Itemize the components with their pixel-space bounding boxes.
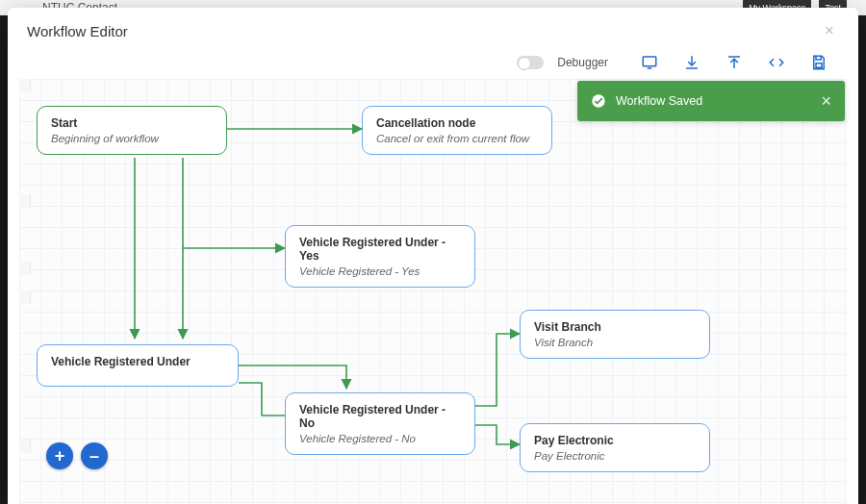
toast-workflow-saved: Workflow Saved × [577,81,845,121]
zoom-controls: + – [46,442,108,469]
node-title: Vehicle Registered Under - Yes [299,236,461,263]
debugger-toggle[interactable] [517,56,544,69]
svg-rect-1 [816,63,822,68]
node-title: Vehicle Registered Under [51,355,224,368]
check-circle-icon [591,93,606,109]
left-edge-stub [19,194,31,208]
left-edge-stub [19,290,31,304]
node-title: Pay Electronic [534,434,696,447]
node-subtitle: Beginning of workflow [51,133,213,144]
code-icon[interactable] [768,54,785,71]
close-icon[interactable]: × [820,21,839,40]
save-icon[interactable] [810,54,828,71]
node-subtitle: Vehicle Registered - No [299,433,461,444]
toolbar-icons [641,54,839,71]
node-cancellation[interactable]: Cancellation node Cancel or exit from cu… [362,106,552,155]
node-subtitle: Pay Electronic [534,450,696,462]
node-vru-no[interactable]: Vehicle Registered Under - No Vehicle Re… [285,392,475,455]
screen-icon[interactable] [641,54,658,71]
node-title: Start [51,116,213,130]
node-subtitle: Vehicle Registered - Yes [299,265,461,277]
zoom-in-button[interactable]: + [46,442,73,469]
node-subtitle: Visit Branch [534,337,696,348]
node-title: Visit Branch [534,320,696,334]
upload-icon[interactable] [726,54,743,71]
canvas-wrap: Start Beginning of workflow Cancellation… [19,79,847,504]
svg-rect-0 [643,57,656,66]
left-edge-stub [19,79,31,92]
toast-close-icon[interactable]: × [821,91,831,112]
zoom-out-button[interactable]: – [81,442,108,469]
toast-message: Workflow Saved [616,94,821,108]
node-pay-electronic[interactable]: Pay Electronic Pay Electronic [520,423,710,472]
left-edge-stub [19,440,31,453]
left-edge-stub [19,262,31,275]
editor-toolbar: Debugger [8,50,858,79]
download-icon[interactable] [683,54,700,71]
workflow-canvas[interactable]: Start Beginning of workflow Cancellation… [19,79,847,504]
node-subtitle: Cancel or exit from current flow [376,133,538,144]
node-title: Cancellation node [376,116,538,130]
node-vru-yes[interactable]: Vehicle Registered Under - Yes Vehicle R… [285,225,475,288]
modal-title: Workflow Editor [27,23,128,39]
node-title: Vehicle Registered Under - No [299,403,461,430]
node-vru[interactable]: Vehicle Registered Under [37,344,239,387]
node-visit-branch[interactable]: Visit Branch Visit Branch [520,310,710,359]
modal-header: Workflow Editor × [8,8,858,50]
node-start[interactable]: Start Beginning of workflow [37,106,227,155]
debugger-label: Debugger [557,56,608,69]
